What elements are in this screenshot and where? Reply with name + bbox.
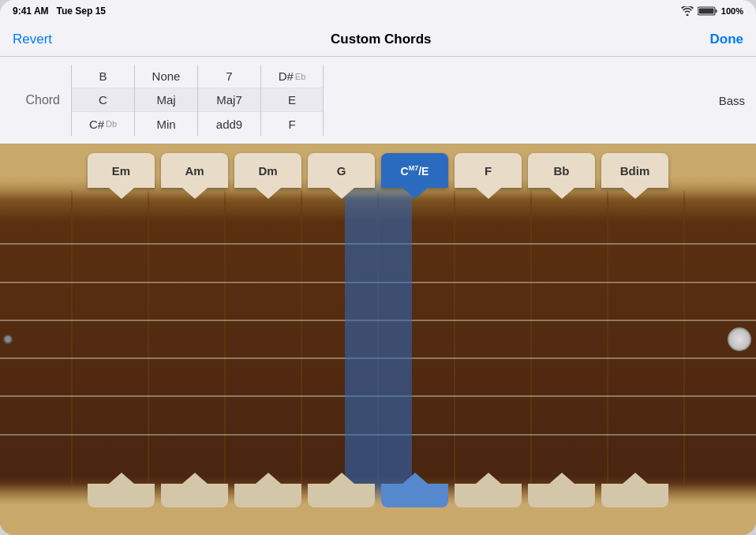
picker-col-root: B C C# Db: [71, 65, 134, 136]
svg-rect-2: [698, 9, 713, 14]
guitar-area: Em Am Dm G CM7/E F: [0, 144, 756, 535]
chord-label: Chord: [0, 65, 71, 136]
chord-button-em[interactable]: Em: [88, 153, 155, 199]
picker-cell[interactable]: F: [261, 112, 323, 136]
status-bar: 9:41 AM Tue Sep 15 100%: [0, 0, 756, 22]
chord-button-bdim[interactable]: Bdim: [601, 153, 668, 199]
chord-btn-label: G: [337, 164, 346, 178]
chord-button-g[interactable]: G: [308, 153, 375, 199]
chord-btn-label: Em: [112, 164, 130, 178]
status-date: Tue Sep 15: [57, 6, 106, 17]
bottom-peg-dm: [234, 484, 301, 507]
picker-cell[interactable]: Maj7: [198, 88, 260, 112]
chord-picker: Chord B C C# Db None Maj Min 7 Maj7 add9…: [0, 57, 756, 144]
bottom-peg-cm7e: [381, 484, 448, 507]
chord-btn-label: Am: [185, 164, 204, 178]
nav-bar: Revert Custom Chords Done: [0, 22, 756, 57]
svg-rect-1: [715, 9, 717, 13]
chord-btn-label: Bb: [554, 164, 570, 178]
picker-col-bass-note: D# Eb E F: [260, 65, 324, 136]
picker-cell[interactable]: Min: [135, 112, 197, 136]
picker-cell[interactable]: E: [261, 88, 323, 112]
page-title: Custom Chords: [331, 32, 432, 47]
bass-label: Bass: [708, 65, 756, 136]
chord-button-bb[interactable]: Bb: [528, 153, 595, 199]
picker-cell[interactable]: None: [135, 65, 197, 88]
chord-buttons-row: Em Am Dm G CM7/E F: [0, 144, 756, 199]
chord-button-dm[interactable]: Dm: [234, 153, 301, 199]
picker-cell[interactable]: C: [72, 88, 134, 112]
revert-button[interactable]: Revert: [13, 32, 52, 47]
picker-cell[interactable]: 7: [198, 65, 260, 88]
chord-btn-label: Dm: [258, 164, 277, 178]
bottom-peg-am: [161, 484, 228, 507]
bottom-pegs-row: [0, 484, 756, 535]
chord-btn-label: CM7/E: [401, 164, 429, 178]
chord-btn-label: Bdim: [620, 164, 650, 178]
status-right: 100%: [681, 6, 743, 16]
picker-cell[interactable]: C# Db: [72, 112, 134, 136]
picker-cell[interactable]: B: [72, 65, 134, 88]
status-time: 9:41 AM: [13, 6, 49, 17]
picker-cell[interactable]: Maj: [135, 88, 197, 112]
battery-icon: [698, 6, 717, 16]
chord-btn-label: F: [485, 164, 492, 178]
chord-button-am[interactable]: Am: [161, 153, 228, 199]
chord-button-cm7e[interactable]: CM7/E: [381, 153, 448, 199]
picker-cell[interactable]: add9: [198, 112, 260, 136]
bottom-peg-bdim: [601, 484, 668, 507]
bottom-peg-g: [308, 484, 375, 507]
picker-cell[interactable]: D# Eb: [261, 65, 323, 88]
picker-col-extension: 7 Maj7 add9: [197, 65, 260, 136]
battery-label: 100%: [721, 6, 743, 16]
picker-columns: B C C# Db None Maj Min 7 Maj7 add9 D# Eb…: [71, 65, 708, 136]
bottom-peg-f: [455, 484, 522, 507]
picker-col-quality: None Maj Min: [134, 65, 197, 136]
chord-button-f[interactable]: F: [455, 153, 522, 199]
wifi-icon: [681, 6, 694, 16]
done-button[interactable]: Done: [709, 32, 743, 47]
bottom-peg-em: [88, 484, 155, 507]
bottom-peg-bb: [528, 484, 595, 507]
